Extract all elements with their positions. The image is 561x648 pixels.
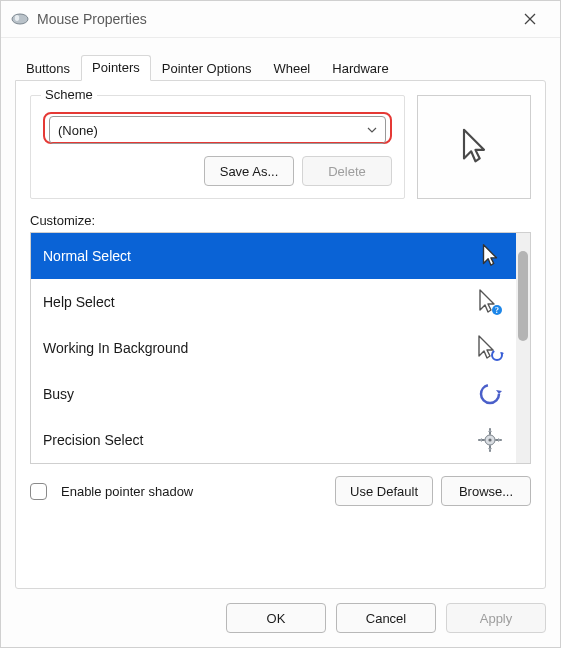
svg-point-7 — [481, 385, 499, 403]
list-item-label: Working In Background — [43, 340, 188, 356]
dialog-body: Buttons Pointers Pointer Options Wheel H… — [1, 38, 560, 589]
list-item[interactable]: Help Select ? — [31, 279, 516, 325]
apply-button: Apply — [446, 603, 546, 633]
mouse-properties-window: Mouse Properties Buttons Pointers Pointe… — [0, 0, 561, 648]
cursor-busy-icon — [476, 380, 504, 408]
cursor-arrow-icon — [476, 242, 504, 270]
list-item-label: Precision Select — [43, 432, 143, 448]
list-item[interactable]: Working In Background — [31, 325, 516, 371]
list-item[interactable]: Precision Select — [31, 417, 516, 463]
list-item-label: Help Select — [43, 294, 115, 310]
browse-button[interactable]: Browse... — [441, 476, 531, 506]
scheme-row: Scheme (None) Save As... Delete — [30, 95, 531, 199]
titlebar: Mouse Properties — [1, 1, 560, 38]
tab-wheel[interactable]: Wheel — [262, 56, 321, 81]
list-item-label: Normal Select — [43, 248, 131, 264]
cursor-help-icon: ? — [476, 288, 504, 316]
tab-pointer-options[interactable]: Pointer Options — [151, 56, 263, 81]
scheme-group: Scheme (None) Save As... Delete — [30, 95, 405, 199]
list-scrollbar[interactable] — [516, 233, 530, 463]
tab-pointers[interactable]: Pointers — [81, 55, 151, 81]
tab-strip: Buttons Pointers Pointer Options Wheel H… — [15, 52, 546, 80]
use-default-button[interactable]: Use Default — [335, 476, 433, 506]
scheme-combo-highlight: (None) — [43, 112, 392, 144]
ok-button[interactable]: OK — [226, 603, 326, 633]
svg-point-1 — [15, 15, 19, 21]
svg-point-9 — [488, 438, 491, 441]
cursor-list-inner[interactable]: Normal Select Help Select — [31, 233, 516, 463]
chevron-down-icon — [367, 127, 377, 133]
svg-point-6 — [492, 350, 502, 360]
scrollbar-thumb[interactable] — [518, 251, 528, 341]
tab-panel-pointers: Scheme (None) Save As... Delete — [15, 80, 546, 589]
list-item[interactable]: Busy — [31, 371, 516, 417]
enable-pointer-shadow-label: Enable pointer shadow — [61, 484, 193, 499]
svg-text:?: ? — [495, 306, 499, 315]
customize-label: Customize: — [30, 213, 531, 228]
cursor-precision-icon — [476, 426, 504, 454]
scheme-selected-value: (None) — [58, 123, 367, 138]
close-button[interactable] — [508, 3, 552, 35]
window-title: Mouse Properties — [37, 11, 508, 27]
cancel-button[interactable]: Cancel — [336, 603, 436, 633]
scheme-combobox[interactable]: (None) — [49, 116, 386, 144]
save-as-button[interactable]: Save As... — [204, 156, 294, 186]
list-item-label: Busy — [43, 386, 74, 402]
tab-buttons[interactable]: Buttons — [15, 56, 81, 81]
svg-point-0 — [12, 14, 28, 24]
cursor-arrow-icon — [458, 127, 490, 167]
tab-hardware[interactable]: Hardware — [321, 56, 399, 81]
mouse-icon — [11, 13, 29, 25]
cursor-working-icon — [476, 334, 504, 362]
lower-options-row: Enable pointer shadow Use Default Browse… — [30, 476, 531, 506]
dialog-buttons: OK Cancel Apply — [1, 589, 560, 647]
enable-pointer-shadow-checkbox[interactable] — [30, 483, 47, 500]
scheme-buttons: Save As... Delete — [43, 156, 392, 186]
list-item[interactable]: Normal Select — [31, 233, 516, 279]
scheme-group-label: Scheme — [41, 87, 97, 102]
cursor-list: Normal Select Help Select — [30, 232, 531, 464]
delete-button: Delete — [302, 156, 392, 186]
pointer-preview — [417, 95, 531, 199]
